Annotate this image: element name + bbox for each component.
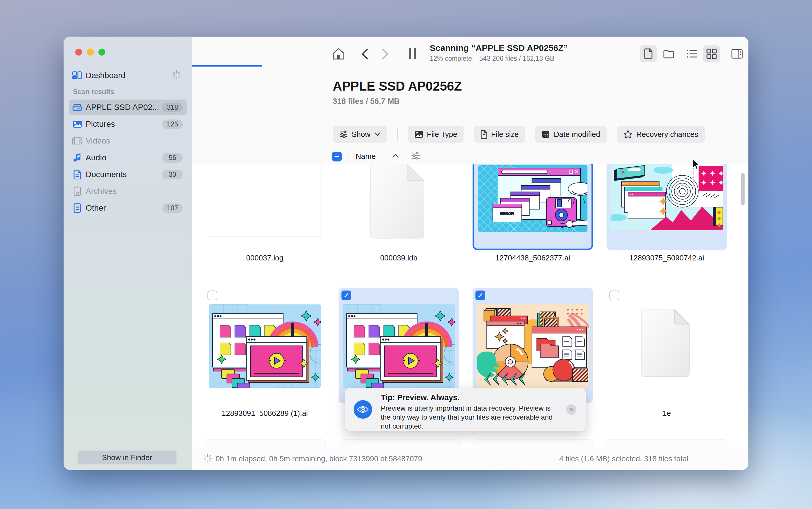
- thumbnail-illustration: ERROR: [478, 165, 587, 232]
- drive-icon: [69, 103, 86, 111]
- file-name: 000039.ldb: [339, 253, 459, 263]
- file-name: 1e: [607, 409, 727, 418]
- archives-icon: [69, 186, 86, 196]
- select-all-checkbox[interactable]: [332, 151, 342, 162]
- dashboard-icon: [69, 71, 86, 80]
- grid-scrollbar[interactable]: [741, 173, 745, 205]
- file-tile-selected[interactable]: ✓: [473, 287, 593, 403]
- file-grid: 000037.log 000039.ldb: [192, 164, 748, 447]
- zoom-window-button[interactable]: [98, 48, 105, 56]
- thumbnail-illustration: [477, 304, 589, 388]
- show-filter-button[interactable]: Show: [333, 126, 387, 143]
- sort-bar: Name: [192, 149, 748, 164]
- status-bar: 0h 1m elapsed, 0h 5m remaining, block 73…: [192, 447, 748, 470]
- file-size-filter-button[interactable]: File size: [474, 126, 525, 143]
- file-tile-partial: [473, 439, 594, 447]
- file-checkbox-unchecked[interactable]: [207, 291, 217, 300]
- date-modified-filter-button[interactable]: Date modified: [535, 126, 606, 143]
- preview-eye-icon: [353, 400, 372, 419]
- selection-status-text: 4 files (1,6 MB) selected, 318 files tot…: [559, 454, 688, 463]
- tip-close-button[interactable]: ✕: [566, 404, 576, 415]
- filter-bar: Show File Type File size Date modified: [333, 126, 705, 143]
- scan-title: Scanning “APPLE SSD AP0256Z”: [430, 43, 568, 53]
- sidebar-spinner-icon: [172, 70, 181, 81]
- grid-view-button[interactable]: [703, 45, 720, 62]
- count-badge: 30: [162, 170, 182, 179]
- file-tile[interactable]: [205, 164, 325, 250]
- sidebar-section-title: Scan results: [73, 88, 114, 96]
- file-name: 000037.log: [205, 253, 325, 263]
- home-button[interactable]: [331, 46, 346, 63]
- pictures-icon: [69, 120, 86, 128]
- sort-divider: [348, 151, 348, 162]
- sidebar-item-audio[interactable]: Audio 56: [69, 150, 187, 166]
- show-filter-label: Show: [351, 130, 370, 139]
- generic-document-icon: [639, 307, 694, 379]
- sort-options-icon[interactable]: [411, 151, 420, 161]
- count-badge: 318: [162, 103, 182, 112]
- check-icon: ✓: [343, 292, 349, 300]
- file-tile-selected[interactable]: ERROR: [473, 164, 593, 250]
- sidebar-item-other[interactable]: Other 107: [69, 200, 187, 216]
- view-folders-toggle[interactable]: [661, 45, 677, 62]
- file-size-filter-label: File size: [491, 130, 518, 139]
- show-in-finder-button[interactable]: Show in Finder: [77, 450, 176, 465]
- page-subtitle: 318 files / 56,7 MB: [333, 97, 400, 106]
- file-tile[interactable]: [339, 164, 459, 250]
- sidebar-item-label: Audio: [86, 153, 162, 162]
- recovery-chances-filter-button[interactable]: Recovery chances: [617, 126, 705, 143]
- file-tile-selected[interactable]: [607, 164, 727, 250]
- recovery-chances-filter-label: Recovery chances: [636, 130, 698, 139]
- file-checkbox-unchecked[interactable]: [609, 291, 619, 300]
- file-tile[interactable]: [607, 287, 727, 403]
- sidebar-item-videos[interactable]: Videos: [69, 133, 187, 149]
- thumbnail-illustration: [209, 304, 321, 388]
- generic-document-icon: [368, 164, 429, 241]
- status-spinner-icon: [202, 453, 213, 465]
- file-name: 12704438_5062377.ai: [473, 253, 593, 263]
- sidebar-item-pictures[interactable]: Pictures 125: [69, 116, 187, 132]
- main-content: Scanning “APPLE SSD AP0256Z” 12% complet…: [192, 37, 748, 470]
- page-title: APPLE SSD AP0256Z: [333, 79, 462, 94]
- sidebar: Dashboard Scan results APPLE SSD AP02...…: [64, 37, 192, 470]
- sidebar-item-archives[interactable]: Archives: [69, 183, 187, 199]
- mouse-cursor: [691, 159, 703, 171]
- show-in-finder-label: Show in Finder: [102, 453, 152, 462]
- sidebar-item-label: Archives: [86, 186, 187, 196]
- preview-panel-toggle[interactable]: [729, 45, 745, 62]
- file-type-filter-button[interactable]: File Type: [408, 126, 464, 143]
- scan-progress-text: 12% complete – 543 206 files / 162,13 GB: [430, 55, 554, 63]
- back-button[interactable]: [360, 48, 370, 62]
- sidebar-item-dashboard[interactable]: Dashboard: [69, 67, 187, 83]
- sidebar-item-label: Dashboard: [86, 71, 172, 80]
- file-tile-partial: [205, 439, 326, 447]
- sort-field-label[interactable]: Name: [356, 152, 376, 161]
- close-window-button[interactable]: [75, 48, 82, 56]
- thumbnail-illustration: [343, 304, 455, 388]
- sidebar-item-documents[interactable]: Documents 30: [69, 167, 187, 182]
- chevron-down-icon: [374, 132, 380, 136]
- view-files-toggle[interactable]: [640, 45, 656, 62]
- close-icon: ✕: [569, 406, 574, 413]
- file-checkbox-checked[interactable]: ✓: [475, 291, 485, 300]
- pause-scan-button[interactable]: [408, 47, 417, 62]
- tip-title: Tip: Preview. Always.: [381, 393, 460, 402]
- calendar-icon: [542, 130, 550, 138]
- tip-body: Preview is utterly important in data rec…: [381, 404, 554, 431]
- blank-preview: [208, 164, 322, 237]
- image-icon: [414, 131, 423, 138]
- file-tile[interactable]: [205, 287, 325, 403]
- count-badge: 107: [162, 203, 182, 213]
- check-icon: ✓: [477, 292, 483, 300]
- sidebar-item-label: APPLE SSD AP02...: [86, 103, 162, 112]
- sort-direction-icon[interactable]: [392, 153, 400, 159]
- sidebar-item-scan-result-drive[interactable]: APPLE SSD AP02... 318: [69, 100, 187, 115]
- file-checkbox-checked[interactable]: ✓: [341, 291, 351, 300]
- list-view-button[interactable]: [683, 45, 700, 62]
- file-tile-selected[interactable]: ✓: [339, 287, 459, 403]
- minimize-window-button[interactable]: [87, 48, 94, 56]
- sliders-icon: [339, 130, 348, 138]
- sidebar-item-label: Pictures: [86, 120, 162, 129]
- svg-text:ERROR: ERROR: [500, 211, 514, 216]
- forward-button[interactable]: [380, 48, 391, 62]
